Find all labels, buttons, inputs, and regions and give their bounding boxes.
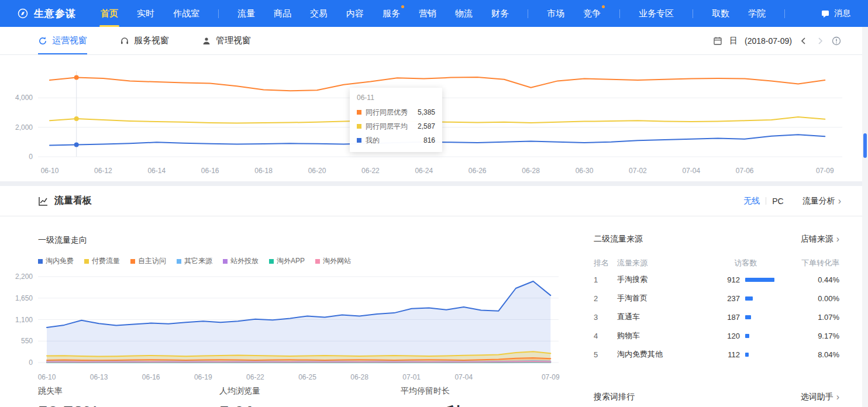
table-row[interactable]: 4 购物车 120 9.17% [594,326,839,345]
core-metrics-chart-card: 02,0004,00006-1006-1206-1406-1606-1806-2… [0,55,868,181]
info-icon[interactable] [832,36,841,46]
legend-label: 站外投放 [230,256,259,266]
link-label: 流量分析 [802,196,835,206]
svg-text:06-12: 06-12 [94,167,112,175]
legend-item-direct-visit[interactable]: 自主访问 [130,256,166,266]
svg-text:4,000: 4,000 [15,94,33,102]
series-swatch [269,259,274,264]
nav-item-realtime[interactable]: 实时 [137,0,154,27]
traffic-analysis-link[interactable]: 流量分析 [802,196,841,206]
nav-item-label: 市场 [547,8,564,19]
nav-item-trade[interactable]: 交易 [310,0,328,27]
nav-item-home[interactable]: 首页 [101,0,118,27]
scrollbar-thumb[interactable] [863,133,867,158]
calendar-icon[interactable] [713,36,722,46]
nav-item-fetch-data[interactable]: 取数 [712,0,729,27]
svg-text:06-10: 06-10 [38,373,56,381]
svg-text:06-10: 06-10 [41,167,59,175]
svg-text:06-14: 06-14 [147,167,166,175]
nav-item-marketing[interactable]: 营销 [419,0,436,27]
logo-icon [18,8,28,19]
metric-label: 平均停留时长 [401,386,582,396]
tooltip-date: 06-11 [357,94,435,102]
legend-item-taonei-free[interactable]: 淘内免费 [38,256,74,266]
tab-operations-view[interactable]: 运营视窗 [38,27,87,54]
metric-avg-stay-time: 平均停留时长 17.48秒 [401,386,582,407]
metric-bounce-rate: 跳失率 59.73% [38,386,219,407]
rank-cell: 2 [594,294,617,303]
svg-text:0: 0 [29,358,33,367]
legend-label: 付费流量 [92,256,120,266]
link-label: 店铺来源 [801,234,833,244]
table-row[interactable]: 3 直通车 187 1.07% [594,308,839,326]
tooltip-label: 我的 [366,136,419,146]
legend-item-other-sources[interactable]: 其它来源 [177,256,212,266]
svg-text:07-09: 07-09 [816,167,834,175]
sycm-dashboard: 生意参谋 首页 实时 作战室 流量 商品 交易 内容 服务 营销 物流 财务 市… [0,0,868,407]
visitors-cell: 187 [711,313,740,322]
nav-item-war-room[interactable]: 作战室 [173,0,199,27]
trend-legend: 淘内免费 付费流量 自主访问 其它来源 站外投放 淘外APP 淘外网站 [38,256,562,266]
legend-label: 自主访问 [138,256,166,266]
table-row[interactable]: 2 手淘首页 237 0.00% [594,289,839,308]
svg-text:06-26: 06-26 [469,167,487,175]
tab-management-view[interactable]: 管理视窗 [202,27,251,54]
date-granularity[interactable]: 日 [729,36,738,46]
rank-cell: 3 [594,313,617,322]
nav-divider [218,9,219,18]
nav-item-finance[interactable]: 财务 [491,0,509,27]
nav-item-service[interactable]: 服务 [383,0,400,27]
svg-text:06-24: 06-24 [415,167,433,175]
tooltip-row: 同行同层平均 2,587 [357,119,435,133]
nav-item-competition[interactable]: 竞争 [583,0,601,27]
messages-label: 消息 [834,8,850,19]
traffic-flow-area-chart[interactable]: 05501,1001,6502,20006-1006-1306-1606-190… [0,271,562,383]
table-row[interactable]: 1 手淘搜索 912 0.44% [594,270,839,289]
svg-text:1,100: 1,100 [15,316,33,324]
nav-item-label: 财务 [491,8,509,19]
legend-label: 淘内免费 [46,256,74,266]
legend-item-external-app[interactable]: 淘外APP [269,256,305,266]
nav-item-logistics[interactable]: 物流 [455,0,473,27]
sources-title: 二级流量来源 [594,234,643,244]
tooltip-value: 816 [423,136,435,144]
brand[interactable]: 生意参谋 [18,7,76,20]
svg-text:1,650: 1,650 [15,294,33,302]
tab-service-view[interactable]: 服务视窗 [120,27,169,54]
legend-item-offsite-ads[interactable]: 站外投放 [223,256,259,266]
search-keyword-ranking: 搜索词排行 选词助手 [594,392,839,402]
visitors-cell: 912 [711,275,740,284]
nav-item-academy[interactable]: 学院 [748,0,766,27]
source-cell: 手淘首页 [617,293,711,303]
table-row[interactable]: 5 淘内免费其他 112 8.04% [594,345,839,364]
shop-sources-link[interactable]: 店铺来源 [801,234,839,244]
scrollbar-track[interactable] [862,27,868,407]
nav-item-messages[interactable]: 消息 [821,8,850,19]
toggle-pc[interactable]: PC [766,196,789,206]
traffic-board-body: 一级流量走向 淘内免费 付费流量 自主访问 其它来源 站外投放 淘外APP 淘外… [0,216,868,407]
legend-item-paid-traffic[interactable]: 付费流量 [84,256,120,266]
keyword-helper-link[interactable]: 选词助手 [801,392,839,402]
nav-item-label: 物流 [455,8,473,19]
sources-table-header: 排名 流量来源 访客数 下单转化率 [594,256,839,270]
svg-text:06-13: 06-13 [90,373,108,381]
primary-traffic-trend: 一级流量走向 淘内免费 付费流量 自主访问 其它来源 站外投放 淘外APP 淘外… [0,216,562,383]
nav-item-content[interactable]: 内容 [346,0,364,27]
nav-divider [619,9,620,18]
toggle-wireless[interactable]: 无线 [738,196,766,206]
svg-text:06-28: 06-28 [522,167,540,175]
nav-item-traffic[interactable]: 流量 [237,0,255,27]
series-swatch [130,259,135,264]
svg-text:06-25: 06-25 [298,373,316,381]
date-value[interactable]: (2018-07-09) [745,36,792,46]
nav-divider [693,9,693,18]
nav-item-market[interactable]: 市场 [547,0,564,27]
prev-date-button[interactable] [799,36,808,46]
search-rank-title: 搜索词排行 [594,392,635,402]
nav-item-products[interactable]: 商品 [274,0,291,27]
nav-item-business-zone[interactable]: 业务专区 [639,0,674,27]
metric-value: 59.73% [38,402,219,407]
legend-item-external-site[interactable]: 淘外网站 [315,256,351,266]
svg-text:06-30: 06-30 [576,167,594,175]
next-date-button[interactable] [815,36,825,46]
